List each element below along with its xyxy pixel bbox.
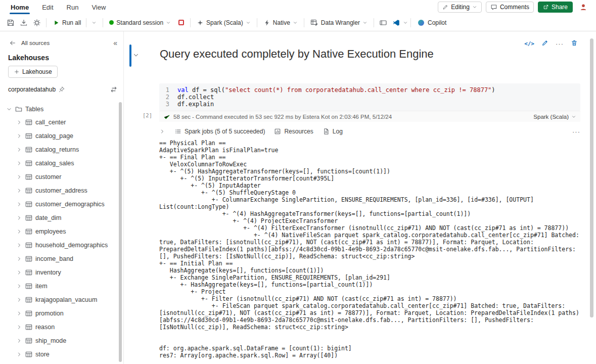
table-item-reason[interactable]: reason (0, 320, 123, 334)
copilot-label: Copilot (428, 19, 446, 26)
chevron-right-icon[interactable] (16, 147, 22, 153)
chevron-right-icon[interactable] (16, 119, 22, 125)
chevron-right-icon[interactable] (16, 174, 22, 180)
cell-more-options-button[interactable]: ··· (556, 40, 564, 48)
run-all-button[interactable]: Run all (49, 16, 100, 29)
table-item-krajagopalan-vacuum[interactable]: krajagopalan_vacuum (0, 293, 123, 306)
save-button[interactable] (4, 16, 17, 29)
back-button[interactable] (8, 38, 17, 48)
table-item-label: ship_mode (35, 337, 66, 344)
chevron-right-icon[interactable] (16, 229, 22, 235)
chevron-right-icon[interactable] (16, 188, 22, 194)
output-more-options-button[interactable]: ··· (572, 128, 580, 135)
table-item-date-dim[interactable]: date_dim (0, 211, 123, 224)
switch-lakehouse-icon[interactable] (110, 86, 117, 93)
tab-resources[interactable]: Resources (274, 128, 313, 135)
menu-tab-edit-label: Edit (42, 4, 53, 11)
table-item-household-demographics[interactable]: household_demographics (0, 238, 123, 252)
sidebar-scrollbar[interactable] (119, 102, 122, 362)
tab-log[interactable]: Log (323, 128, 343, 135)
table-icon (25, 228, 32, 235)
chevron-right-icon[interactable] (16, 351, 22, 357)
session-green-dot-icon (109, 20, 114, 25)
chevron-right-icon[interactable] (16, 310, 22, 316)
table-item-customer-demographics[interactable]: customer_demographics (0, 197, 123, 211)
edit-cell-button[interactable] (541, 39, 548, 48)
table-item-call-center[interactable]: call_center (0, 115, 123, 129)
table-item-label: item (35, 283, 48, 290)
pin-icon[interactable] (59, 86, 65, 93)
table-item-store[interactable]: store (0, 347, 123, 361)
tab-spark-jobs[interactable]: Spark jobs (5 of 5 succeeded) (174, 128, 265, 135)
account-button[interactable] (577, 1, 590, 14)
editing-mode-button[interactable]: Editing (438, 2, 482, 13)
table-item-income-band[interactable]: income_band (0, 252, 123, 265)
session-status-button[interactable]: Standard session (106, 16, 174, 29)
all-sources-label[interactable]: All sources (21, 40, 50, 46)
table-item-promotion[interactable]: promotion (0, 306, 123, 320)
chevron-right-icon[interactable] (16, 297, 22, 303)
table-item-item[interactable]: item (0, 279, 123, 293)
add-lakehouse-button[interactable]: Lakehouse (8, 66, 58, 78)
success-check-icon (163, 113, 170, 120)
chevron-right-icon[interactable] (16, 283, 22, 289)
chevron-down-icon[interactable] (403, 20, 408, 25)
chevron-right-icon[interactable] (16, 215, 22, 221)
table-item-employees[interactable]: employees (0, 224, 123, 238)
chevron-down-icon (166, 20, 171, 25)
main-scrollbar[interactable] (590, 38, 593, 317)
menu-tab-home-label: Home (11, 4, 29, 11)
language-selector[interactable]: Spark (Scala) (193, 16, 254, 29)
tree-root-tables[interactable]: Tables (0, 103, 123, 115)
table-item-customer[interactable]: customer (0, 170, 123, 184)
table-item-label: customer_address (35, 187, 87, 194)
table-item-customer-address[interactable]: customer_address (0, 184, 123, 197)
chevron-right-icon[interactable] (16, 324, 22, 330)
collapse-cell-button[interactable] (132, 52, 140, 60)
menu-tab-view[interactable]: View (85, 0, 112, 14)
table-item-catalog-sales[interactable]: catalog_sales (0, 156, 123, 170)
chevron-right-icon[interactable] (16, 201, 22, 207)
code-editor[interactable]: 1 val df = sql("select count(*) from cor… (159, 83, 580, 111)
stop-session-button[interactable] (174, 16, 188, 29)
comments-button[interactable]: Comments (486, 2, 534, 13)
chevron-down-icon (246, 20, 251, 25)
collapse-sidebar-button[interactable]: « (113, 39, 117, 47)
native-engine-icon (263, 19, 270, 26)
settings-button[interactable] (30, 16, 43, 29)
copilot-button[interactable]: Copilot (414, 16, 450, 29)
chevron-right-icon[interactable] (159, 128, 165, 134)
table-item-catalog-returns[interactable]: catalog_returns (0, 143, 123, 156)
table-item-ship-mode[interactable]: ship_mode (0, 334, 123, 347)
kernel-selector[interactable]: Spark (Scala) (533, 114, 576, 120)
chevron-right-icon[interactable] (16, 242, 22, 248)
layout-panel-button[interactable] (377, 16, 390, 29)
menu-tab-home[interactable]: Home (4, 0, 35, 14)
table-icon (25, 351, 32, 358)
table-item-catalog-page[interactable]: catalog_page (0, 129, 123, 143)
chevron-right-icon[interactable] (16, 160, 22, 166)
chevron-right-icon[interactable] (16, 269, 22, 276)
menu-tab-edit[interactable]: Edit (35, 0, 60, 14)
copilot-icon (417, 19, 425, 27)
line-number: 2 (159, 94, 177, 101)
delete-cell-button[interactable] (571, 39, 578, 48)
menu-tab-run[interactable]: Run (60, 0, 85, 14)
convert-to-code-button[interactable]: </> (524, 40, 534, 47)
engine-selector[interactable]: Native (260, 16, 301, 29)
table-icon (25, 160, 32, 167)
vscode-button[interactable] (390, 16, 403, 29)
lakehouse-item[interactable]: corporatedatahub (0, 84, 123, 95)
chevron-down-icon[interactable] (6, 106, 12, 112)
chevron-right-icon[interactable] (16, 133, 22, 139)
chevron-right-icon[interactable] (16, 338, 22, 344)
markdown-cell-title[interactable]: Query executed completely by Native Exec… (160, 48, 434, 61)
share-button[interactable]: Share (538, 2, 573, 13)
pencil-icon (541, 39, 548, 47)
table-item-label: krajagopalan_vacuum (35, 296, 97, 303)
export-button[interactable] (17, 16, 30, 29)
table-item-inventory[interactable]: inventory (0, 265, 123, 279)
toolbar-divider (374, 18, 374, 27)
chevron-right-icon[interactable] (16, 256, 22, 262)
data-wrangler-button[interactable]: Data Wrangler (307, 16, 371, 29)
